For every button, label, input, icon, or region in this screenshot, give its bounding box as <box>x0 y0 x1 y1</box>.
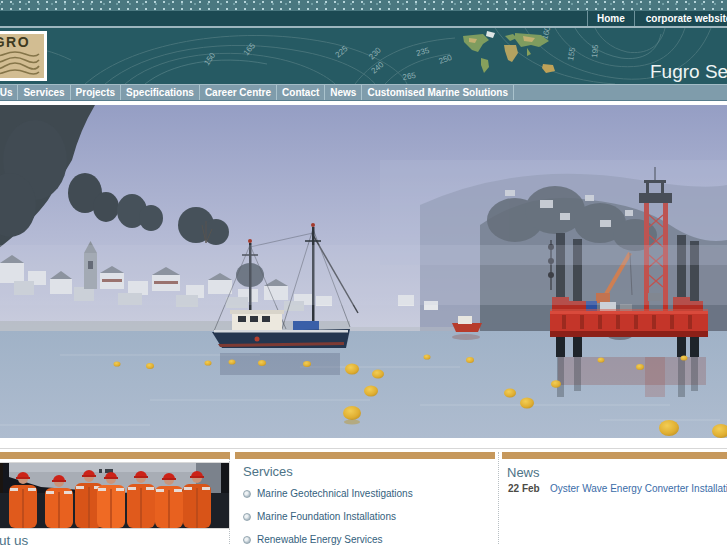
utility-links: Home corporate website <box>587 11 727 26</box>
about-us-heading: About us <box>0 533 230 545</box>
bullet-icon <box>243 490 251 498</box>
column-separator <box>498 452 499 544</box>
harbour-scene <box>0 105 727 438</box>
site-container: Home corporate website <box>0 0 727 545</box>
top-texture-strip <box>0 0 727 11</box>
services-heading: Services <box>243 464 495 479</box>
service-link-marine-foundation[interactable]: Marine Foundation Installations <box>243 511 495 522</box>
contour-label: 235 <box>415 46 431 58</box>
services-list: Marine Geotechnical Investigations Marin… <box>243 488 495 545</box>
home-link[interactable]: Home <box>587 11 634 26</box>
utility-bar: Home corporate website <box>0 11 727 26</box>
nav-career-centre[interactable]: Career Centre <box>200 85 277 100</box>
site-header: 150 165 225 230 240 235 250 265 160 155 … <box>0 28 727 84</box>
news-link[interactable]: Oyster Wave Energy Converter Installatio… <box>550 483 727 494</box>
news-item: 22 Feb Oyster Wave Energy Converter Inst… <box>508 483 727 494</box>
contour-label: 265 <box>402 71 417 82</box>
corporate-website-link[interactable]: corporate website <box>634 11 727 26</box>
nav-news[interactable]: News <box>325 85 362 100</box>
fugro-logo[interactable]: FUGRO <box>0 31 47 81</box>
hero-image <box>0 105 727 438</box>
bottom-section: About us Services Marine Geotechnical In… <box>0 438 727 545</box>
world-map <box>457 28 567 84</box>
nav-specifications[interactable]: Specifications <box>121 85 200 100</box>
corporate-website-label: corporate website <box>646 13 727 24</box>
tan-accent-bar <box>235 452 495 459</box>
nav-about-us[interactable]: About Us <box>0 85 18 100</box>
service-link-marine-geotechnical[interactable]: Marine Geotechnical Investigations <box>243 488 495 499</box>
service-link-label: Renewable Energy Services <box>257 534 383 545</box>
services-column: Services Marine Geotechnical Investigati… <box>235 452 495 545</box>
crew-photo[interactable] <box>0 462 230 529</box>
seismic-waves-icon <box>0 50 41 76</box>
news-heading: News <box>507 465 727 480</box>
contour-label: 250 <box>438 53 454 66</box>
contour-label: 230 <box>367 45 383 61</box>
bathymetry-contours: 150 165 225 230 240 235 250 265 160 155 … <box>0 28 727 84</box>
crew-photo-image <box>0 463 229 528</box>
fugro-logo-inner: FUGRO <box>0 34 44 78</box>
nav-contact[interactable]: Contact <box>277 85 325 100</box>
fugro-logo-text: FUGRO <box>0 35 30 50</box>
contour-label: 150 <box>202 51 217 68</box>
bullet-icon <box>243 536 251 544</box>
site-title: Fugro Seacore <box>650 61 727 83</box>
contour-label: 155 <box>566 46 577 61</box>
home-link-label: Home <box>597 13 625 24</box>
nav-customised-marine-solutions[interactable]: Customised Marine Solutions <box>362 85 514 100</box>
service-link-label: Marine Geotechnical Investigations <box>257 488 413 499</box>
tan-accent-bar <box>0 452 230 459</box>
service-link-label: Marine Foundation Installations <box>257 511 396 522</box>
service-link-renewable-energy[interactable]: Renewable Energy Services <box>243 534 495 545</box>
contour-label: 225 <box>334 44 350 60</box>
main-nav: About Us Services Projects Specification… <box>0 84 727 101</box>
news-date: 22 Feb <box>508 483 548 494</box>
tan-accent-bar <box>502 452 727 459</box>
about-column: About us <box>0 452 230 545</box>
contour-label: 195 <box>590 44 600 59</box>
nav-projects[interactable]: Projects <box>71 85 121 100</box>
horizontal-rule <box>0 448 727 449</box>
news-column: News 22 Feb Oyster Wave Energy Converter… <box>502 452 727 494</box>
nav-services[interactable]: Services <box>18 85 70 100</box>
page: Home corporate website <box>0 0 727 545</box>
bullet-icon <box>243 513 251 521</box>
